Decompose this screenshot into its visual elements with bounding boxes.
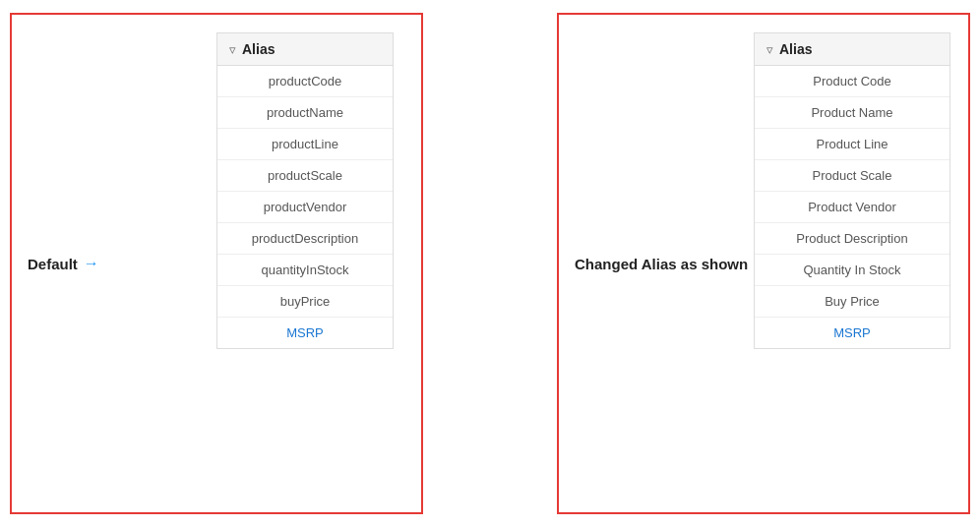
right-table: ▿ Alias Product Code Product Name Produc… <box>754 32 950 349</box>
changed-label: Changed Alias as shown → <box>575 255 769 272</box>
left-table-container: ▿ Alias productCode productName productL… <box>216 32 394 349</box>
default-text: Default <box>28 256 78 272</box>
table-row: Product Code <box>755 66 949 97</box>
table-row: productLine <box>217 129 393 160</box>
table-row: productDescription <box>217 223 393 255</box>
table-row: productVendor <box>217 192 393 223</box>
filter-icon-right: ▿ <box>766 42 773 57</box>
left-table: ▿ Alias productCode productName productL… <box>216 32 394 349</box>
table-row: Product Name <box>755 97 949 129</box>
table-row: Product Scale <box>755 160 949 192</box>
table-row: Quantity In Stock <box>755 255 949 286</box>
left-header-text: Alias <box>242 41 275 57</box>
table-row: productCode <box>217 66 393 97</box>
table-row-msrp: MSRP <box>755 318 949 348</box>
changed-text: Changed Alias as shown <box>575 256 748 272</box>
left-table-header: ▿ Alias <box>217 33 393 66</box>
table-row: productScale <box>217 160 393 192</box>
table-row-msrp: MSRP <box>217 318 393 348</box>
table-row: Product Description <box>755 223 949 255</box>
default-arrow: → <box>84 255 99 272</box>
table-row: productName <box>217 97 393 129</box>
left-section: Default → ▿ Alias productCode productNam… <box>10 13 423 514</box>
right-table-container: ▿ Alias Product Code Product Name Produc… <box>754 32 950 349</box>
table-row: Product Line <box>755 129 949 160</box>
table-row: buyPrice <box>217 286 393 318</box>
table-row: Product Vendor <box>755 192 949 223</box>
filter-icon-left: ▿ <box>229 42 236 57</box>
table-row: Buy Price <box>755 286 949 318</box>
table-row: quantityInStock <box>217 255 393 286</box>
right-table-header: ▿ Alias <box>755 33 949 66</box>
main-container: Default → ▿ Alias productCode productNam… <box>0 0 980 527</box>
default-label: Default → <box>28 255 99 272</box>
right-header-text: Alias <box>779 41 812 57</box>
right-section: Changed Alias as shown → ▿ Alias Product… <box>557 13 970 514</box>
